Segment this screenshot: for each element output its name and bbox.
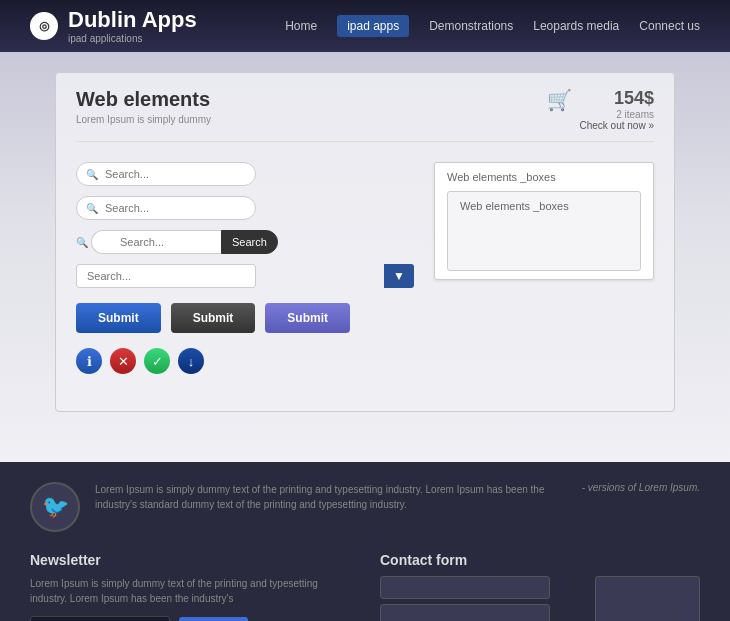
search-dropdown-wrap: ▼ <box>76 264 414 288</box>
search-wrap-2: 🔍 <box>76 196 414 220</box>
header: ◎ Dublin Apps ipad applications Home ipa… <box>0 0 730 52</box>
content-box: Web elements Lorem Ipsum is simply dummy… <box>55 72 675 412</box>
logo-icon: ◎ <box>30 12 58 40</box>
contact-input-2[interactable] <box>380 604 550 621</box>
site-title: Dublin Apps <box>68 8 197 32</box>
footer-columns: Newsletter Lorem Ipsum is simply dummy t… <box>30 552 700 621</box>
right-column: Web elements _boxes Web elements _boxes <box>434 162 654 374</box>
content-box-header: Web elements Lorem Ipsum is simply dummy… <box>76 88 654 142</box>
cart-price: 154$ <box>580 88 655 109</box>
footer-lorem-quote: - versions of Lorem Ipsum. <box>582 482 700 532</box>
newsletter-title: Newsletter <box>30 552 350 568</box>
circle-icons-row: ℹ ✕ ✓ ↓ <box>76 348 414 374</box>
nav-leopards-media[interactable]: Leopards media <box>533 19 619 33</box>
search-icon-1: 🔍 <box>86 169 98 180</box>
twitter-circle-icon: 🐦 <box>30 482 80 532</box>
web-elements-box-1: Web elements _boxes Web elements _boxes <box>434 162 654 280</box>
search-input-3[interactable] <box>91 230 221 254</box>
contact-textarea-wrap <box>595 576 700 621</box>
nav-demonstrations[interactable]: Demonstrations <box>429 19 513 33</box>
cart-area: 🛒 154$ 2 iteams Check out now » <box>547 88 655 131</box>
nav-ipad-apps[interactable]: ipad apps <box>337 15 409 37</box>
cart-icon: 🛒 <box>547 88 572 112</box>
site-subtitle: ipad applications <box>68 33 197 44</box>
search-icon-2: 🔍 <box>86 203 98 214</box>
contact-textarea[interactable] <box>595 576 700 621</box>
submit-button-blue[interactable]: Submit <box>76 303 161 333</box>
search-wrap-1: 🔍 <box>76 162 414 186</box>
main-content: Web elements Lorem Ipsum is simply dummy… <box>0 52 730 462</box>
submit-button-dark[interactable]: Submit <box>171 303 256 333</box>
content-columns: 🔍 🔍 🔍 Search ▼ <box>76 162 654 374</box>
content-title-area: Web elements Lorem Ipsum is simply dummy <box>76 88 211 125</box>
dropdown-arrow-icon[interactable]: ▼ <box>384 264 414 288</box>
footer: 🐦 Lorem Ipsum is simply dummy text of th… <box>0 462 730 621</box>
content-title: Web elements <box>76 88 211 111</box>
circle-icon-close[interactable]: ✕ <box>110 348 136 374</box>
buttons-row: Submit Submit Submit <box>76 303 414 333</box>
footer-top: 🐦 Lorem Ipsum is simply dummy text of th… <box>30 482 700 532</box>
newsletter-form: Subscribe <box>30 616 350 621</box>
main-nav: Home ipad apps Demonstrations Leopards m… <box>285 15 700 37</box>
content-subtitle: Lorem Ipsum is simply dummy <box>76 114 211 125</box>
nav-connect-us[interactable]: Connect us <box>639 19 700 33</box>
contact-form <box>380 576 700 621</box>
contact-title: Contact form <box>380 552 700 568</box>
contact-form-column: Contact form <box>380 552 700 621</box>
search-button[interactable]: Search <box>221 230 278 254</box>
contact-inputs <box>380 576 587 621</box>
submit-button-purple[interactable]: Submit <box>265 303 350 333</box>
footer-body-text: Lorem Ipsum is simply dummy text of the … <box>95 482 567 532</box>
logo-text: Dublin Apps ipad applications <box>68 8 197 43</box>
search-input-1[interactable] <box>76 162 256 186</box>
logo-area: ◎ Dublin Apps ipad applications <box>30 8 285 43</box>
search-with-btn-wrap: 🔍 Search <box>76 230 414 254</box>
search-dropdown-input[interactable] <box>76 264 256 288</box>
search-icon-3: 🔍 <box>76 237 88 248</box>
web-elements-box-2: Web elements _boxes <box>447 191 641 271</box>
circle-icon-info[interactable]: ℹ <box>76 348 102 374</box>
newsletter-text: Lorem Ipsum is simply dummy text of the … <box>30 576 350 606</box>
newsletter-column: Newsletter Lorem Ipsum is simply dummy t… <box>30 552 350 621</box>
cart-checkout[interactable]: Check out now » <box>580 120 655 131</box>
left-column: 🔍 🔍 🔍 Search ▼ <box>76 162 414 374</box>
cart-items: 2 iteams <box>580 109 655 120</box>
newsletter-email-input[interactable] <box>30 616 170 621</box>
circle-icon-check[interactable]: ✓ <box>144 348 170 374</box>
circle-icon-down[interactable]: ↓ <box>178 348 204 374</box>
cart-details: 154$ 2 iteams Check out now » <box>580 88 655 131</box>
contact-input-1[interactable] <box>380 576 550 599</box>
nav-home[interactable]: Home <box>285 19 317 33</box>
search-input-2[interactable] <box>76 196 256 220</box>
subscribe-button[interactable]: Subscribe <box>179 617 247 621</box>
